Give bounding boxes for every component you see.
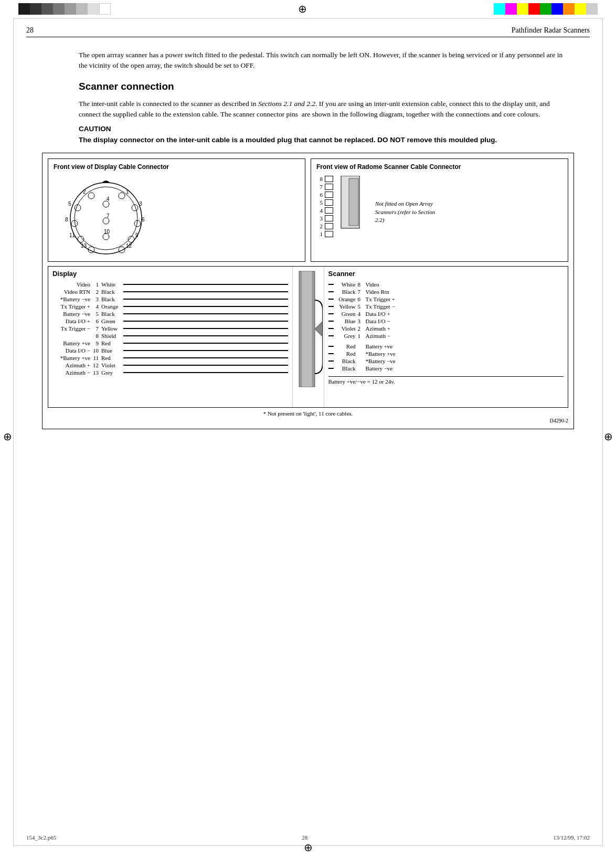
display-wire-row: Tx Trigger + 4 Orange — [52, 303, 288, 310]
caution-text: The display connector on the inter-unit … — [79, 135, 564, 145]
diagram-id: D4290-2 — [48, 418, 568, 423]
plug-svg — [294, 269, 323, 405]
radome-connector-title: Front view of Radome Scanner Cable Conne… — [316, 163, 562, 171]
center-reg-mark: ⊕ — [298, 4, 307, 14]
scanner-wire-table: White 8 Video Black 7 Video Rtn Or — [328, 281, 564, 372]
svg-text:2: 2 — [83, 189, 86, 195]
footer-right: 13/12/99, 17:02 — [553, 834, 590, 841]
radome-connector-shape — [338, 176, 370, 233]
section-title: Scanner connection — [79, 81, 590, 92]
svg-rect-29 — [349, 178, 358, 226]
display-wire-row: Video RTN 2 Black — [52, 288, 288, 295]
display-wire-row: Data I/O + 6 Green — [52, 317, 288, 325]
svg-text:9: 9 — [135, 232, 139, 238]
svg-text:11: 11 — [69, 232, 76, 238]
display-connector-title: Front view of Display Cable Connector — [54, 163, 300, 171]
diagram-footnote: * Not present on 'light', 11 core cables… — [48, 410, 568, 417]
svg-point-10 — [75, 205, 81, 211]
intro-text: The open arrray scanner has a power swit… — [79, 50, 564, 71]
svg-text:5: 5 — [68, 201, 71, 207]
svg-text:8: 8 — [65, 217, 68, 222]
scanner-wire-row: Black 7 Video Rtn — [328, 288, 564, 295]
page-header: 28 Pathfinder Radar Scanners — [26, 26, 590, 37]
left-reg-mark: ⊕ — [3, 430, 12, 443]
connector-plug-visual — [293, 267, 324, 407]
page-title: Pathfinder Radar Scanners — [512, 26, 590, 35]
display-wire-row: Data I/O − 10 Blue — [52, 347, 288, 354]
scanner-wire-row: Violet 2 Azimuth + — [328, 325, 564, 332]
scanner-wire-row: White 8 Video — [328, 281, 564, 288]
footer-left: 154_3c2.p65 — [26, 834, 56, 841]
footer-center: 28 — [302, 834, 307, 841]
svg-text:6: 6 — [142, 217, 145, 222]
bottom-reg-mark: ⊕ — [304, 841, 313, 854]
scanner-wire-row: Red Battery +ve — [328, 343, 564, 350]
display-wire-row: *Battery +ve 11 Red — [52, 354, 288, 362]
diagram-container: Front view of Display Cable Connector 1 … — [42, 153, 574, 429]
scanner-wire-row: Green 4 Data I/O + — [328, 310, 564, 317]
display-wire-table: Video 1 White Video RTN 2 Black — [52, 281, 288, 376]
scanner-wire-row: Yellow 5 Tx Trigger − — [328, 303, 564, 310]
display-wire-row: Battery +ve 9 Red — [52, 340, 288, 347]
scanner-wire-row: Red *Battery +ve — [328, 350, 564, 357]
scanner-wiring-title: Scanner — [328, 270, 564, 278]
svg-text:10: 10 — [104, 229, 110, 235]
svg-text:3: 3 — [139, 201, 142, 207]
scanner-wire-row: Blue 3 Data I/O − — [328, 317, 564, 325]
display-wire-row: *Battery −ve 3 Black — [52, 295, 288, 303]
display-wiring-title: Display — [52, 270, 288, 278]
radome-pins-list: 8 7 6 5 — [316, 174, 333, 237]
scanner-wire-row: Grey 1 Azimuth − — [328, 332, 564, 340]
svg-point-2 — [119, 193, 125, 199]
scanner-wire-row: Black Battery −ve — [328, 365, 564, 372]
display-wire-row: Azimuth − 13 Grey — [52, 369, 288, 376]
svg-rect-31 — [302, 271, 312, 387]
display-wire-row: 8 Shield — [52, 332, 288, 340]
svg-text:7: 7 — [107, 213, 110, 219]
display-wire-row: Video 1 White — [52, 281, 288, 288]
display-wire-row: Battery −ve 5 Black — [52, 310, 288, 317]
display-connector-svg: 1 2 3 4 5 6 — [54, 174, 158, 255]
scanner-wiring-panel: Scanner White 8 Video Black — [324, 267, 568, 407]
main-content: The open arrray scanner has a power swit… — [26, 50, 590, 429]
radome-connector-box: Front view of Radome Scanner Cable Conne… — [311, 158, 568, 262]
page-footer: 154_3c2.p65 28 13/12/99, 17:02 — [26, 834, 590, 841]
svg-point-4 — [88, 193, 94, 199]
caution-label: CAUTION — [79, 125, 590, 133]
svg-text:4: 4 — [107, 196, 110, 202]
svg-point-24 — [119, 247, 125, 253]
svg-text:13: 13 — [81, 243, 87, 249]
display-connector-box: Front view of Display Cable Connector 1 … — [48, 158, 305, 262]
battery-note: Battery +ve/−ve = 12 or 24v. — [328, 376, 564, 385]
section-body: The inter-unit cable is connected to the… — [79, 99, 564, 120]
display-wire-row: Azimuth + 12 Violet — [52, 362, 288, 369]
wiring-diagram: Display Video 1 White Video RTN — [48, 266, 568, 408]
scanner-wire-row: Black *Battery −ve — [328, 357, 564, 365]
display-wiring-panel: Display Video 1 White Video RTN — [48, 267, 293, 407]
scanner-wire-row: Orange 6 Tx Trigger + — [328, 295, 564, 303]
display-wire-row: Tx Trigger − 7 Yellow — [52, 325, 288, 332]
page-number: 28 — [26, 26, 34, 35]
right-reg-mark: ⊕ — [604, 430, 613, 443]
svg-text:12: 12 — [126, 243, 132, 249]
not-fitted-text: Not fitted on Open Array Scanners (refer… — [375, 200, 443, 224]
diagram-top-row: Front view of Display Cable Connector 1 … — [48, 158, 568, 262]
svg-text:1: 1 — [126, 189, 129, 195]
